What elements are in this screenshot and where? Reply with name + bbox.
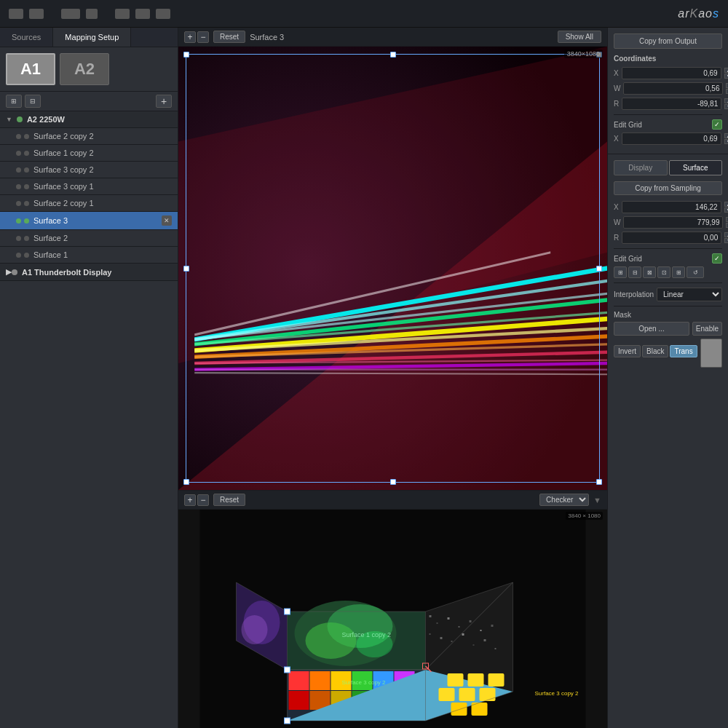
list-item[interactable]: Surface 3 copy 2 [0,162,178,178]
mask-invert-button[interactable]: Invert [614,345,641,357]
mask-trans-button[interactable]: Trans [670,345,697,357]
coord-x-up[interactable]: ▲ [724,68,728,73]
source-thumb-a2[interactable]: A2 [60,53,109,85]
surf-r-down[interactable]: ▼ [724,238,728,243]
add-layer-button[interactable]: + [156,95,172,108]
interpolation-select[interactable]: Linear [657,288,722,301]
svg-rect-75 [285,609,290,614]
panel-icon-2[interactable]: ⊟ [25,95,41,108]
svg-rect-44 [480,630,482,631]
tab-surface[interactable]: Surface [669,160,723,175]
edit-grid-icons: ⊞ ⊟ ⊠ ⊡ ⊞ ↺ [614,266,722,278]
grid-icon-4[interactable]: ⊡ [657,266,670,278]
coord-x-input[interactable] [622,67,721,79]
grid-icon-reset[interactable]: ↺ [687,266,704,278]
grid-x-input[interactable] [622,132,721,145]
list-item[interactable]: Surface 2 [0,230,178,247]
svg-text:Surface 3 copy 2: Surface 3 copy 2 [535,690,579,697]
list-item[interactable]: Surface 2 copy 2 [0,128,178,145]
svg-rect-26 [289,691,309,710]
layer-name: Surface 2 copy 2 [33,132,172,141]
coord-r-up[interactable]: ▲ [724,98,728,103]
reset-2-button[interactable]: Reset [213,494,245,506]
svg-rect-48 [451,641,453,642]
edit-grid-row: Edit Grid ✓ [614,119,722,130]
toolbar-icons: ⊞ ⊟ [6,95,41,108]
svg-rect-58 [468,673,484,687]
mask-black-button[interactable]: Black [642,345,668,357]
tool-icon-7[interactable] [156,9,170,19]
surf-edit-grid-checkbox[interactable]: ✓ [712,253,722,264]
tool-icon-3[interactable] [61,9,80,19]
tab-sources[interactable]: Sources [0,28,53,47]
surf-w-input[interactable] [623,216,723,229]
tab-mapping-setup[interactable]: Mapping Setup [53,28,131,47]
grid-icon-5[interactable]: ⊞ [672,266,685,278]
source-thumb-a1[interactable]: A1 [6,53,55,85]
main-layout: Sources Mapping Setup A1 A2 ⊞ ⊟ + ▼ [0,28,728,728]
checker-select[interactable]: Checker [539,494,589,506]
grid-x-down[interactable]: ▼ [724,139,728,144]
copy-from-output-button[interactable]: Copy from Output [614,33,722,49]
list-item-selected[interactable]: Surface 3 ✕ [0,212,178,230]
coord-r-input[interactable] [622,98,721,110]
canvas-content-top: 3840×1080 [178,47,607,490]
layer-dot-1 [16,184,21,189]
layer-name: Surface 2 [33,234,172,242]
surf-r-up[interactable]: ▲ [724,232,728,237]
group-label-2: A1 Thunderbolt Display [22,268,111,277]
surf-x-up[interactable]: ▲ [724,202,728,207]
show-all-button[interactable]: Show All [558,31,601,43]
surf-r-stepper: ▲ ▼ [724,232,728,243]
coord-r-down[interactable]: ▼ [724,104,728,109]
surf-x-input[interactable] [622,201,721,213]
list-item[interactable]: Surface 3 copy 1 [0,178,178,195]
reset-button[interactable]: Reset [213,31,245,43]
layer-remove-button[interactable]: ✕ [162,215,172,226]
zoom-out-2-button[interactable]: − [197,494,209,506]
copy-from-sampling-button[interactable]: Copy from Sampling [614,181,722,195]
svg-rect-57 [448,673,464,687]
tool-icon-2[interactable] [29,9,44,19]
coord-w-input[interactable] [623,82,723,95]
layer-dot-2 [24,167,29,173]
divider-2 [614,248,722,249]
surf-x-down[interactable]: ▼ [724,207,728,213]
mask-buttons: Invert Black Trans [614,345,697,357]
tool-icon-4[interactable] [86,9,98,19]
grid-icon-3[interactable]: ⊠ [643,266,656,278]
list-item[interactable]: Surface 2 copy 1 [0,195,178,212]
grid-icon-1[interactable]: ⊞ [614,266,627,278]
right-bottom-section: Display Surface Copy from Sampling X ▲ ▼… [608,154,728,728]
tab-display[interactable]: Display [614,160,668,175]
grid-x-up[interactable]: ▲ [724,133,728,138]
zoom-in-button[interactable]: + [184,31,196,43]
edit-grid-checkbox[interactable]: ✓ [712,119,722,130]
canvas-content-bottom: Surface 1 copy 2 [178,510,607,728]
tool-icon-1[interactable] [9,9,23,19]
tool-icon-5[interactable] [115,9,130,19]
top-bar: arKaos [0,0,728,28]
svg-rect-46 [430,633,431,635]
panel-icon-1[interactable]: ⊞ [6,95,22,108]
tool-icon-6[interactable] [135,9,150,19]
zoom-out-button[interactable]: − [197,31,209,43]
zoom-in-2-button[interactable]: + [184,494,196,506]
layer-dot-1 [16,201,21,206]
list-item[interactable]: Surface 1 [0,247,178,264]
list-item[interactable]: Surface 1 copy 2 [0,145,178,162]
divider-3 [614,282,722,283]
group-label: A2 2250W [27,115,65,124]
mask-enable-button[interactable]: Enable [692,322,722,336]
right-top-section: Copy from Output Coordinates X ▲ ▼ Y ▲ ▼… [608,28,728,154]
right-panel: Copy from Output Coordinates X ▲ ▼ Y ▲ ▼… [608,28,728,728]
coord-x-down[interactable]: ▼ [724,74,728,79]
grid-icon-2[interactable]: ⊟ [628,266,641,278]
layer-group-a2[interactable]: ▼ A2 2250W [0,111,178,128]
source-thumbs: A1 A2 [0,47,178,92]
layer-group-a1[interactable]: ▶ A1 Thunderbolt Display [0,264,178,281]
surf-r-input[interactable] [622,232,721,244]
layer-name: Surface 2 copy 1 [33,199,172,207]
mask-open-button[interactable]: Open ... [614,322,689,336]
svg-text:Surface 3 copy 2: Surface 3 copy 2 [342,679,387,686]
